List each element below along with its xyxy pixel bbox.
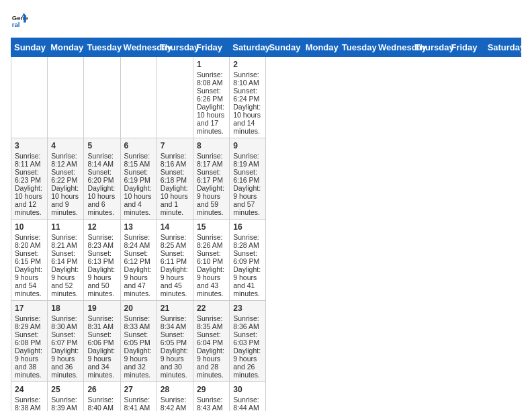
day-number: 9 — [233, 141, 262, 150]
day-info: Sunrise: 8:43 AM — [197, 396, 226, 411]
day-number: 26 — [87, 385, 116, 394]
day-number: 22 — [197, 304, 226, 313]
day-header-monday: Monday — [48, 38, 84, 57]
day-info: Sunrise: 8:16 AM — [161, 152, 189, 168]
calendar-cell: 30Sunrise: 8:44 AMSunset: 6:00 PMDayligh… — [230, 382, 266, 412]
day-info: Sunset: 6:04 PM — [197, 330, 226, 347]
day-info: Sunset: 6:05 PM — [161, 330, 189, 347]
calendar-cell: 18Sunrise: 8:30 AMSunset: 6:07 PMDayligh… — [48, 301, 84, 382]
calendar-cell: 8Sunrise: 8:17 AMSunset: 6:17 PMDaylight… — [193, 138, 230, 220]
day-info: Sunrise: 8:10 AM — [233, 71, 262, 87]
calendar-cell: 10Sunrise: 8:20 AMSunset: 6:15 PMDayligh… — [11, 220, 48, 301]
calendar-cell: 24Sunrise: 8:38 AMSunset: 6:03 PMDayligh… — [11, 382, 48, 412]
day-info: Daylight: 9 hours and 32 minutes. — [124, 347, 153, 379]
day-header-monday: Monday — [302, 38, 339, 57]
day-header-sunday: Sunday — [266, 38, 302, 57]
day-info: Daylight: 9 hours and 36 minutes. — [51, 347, 80, 379]
calendar-cell: 9Sunrise: 8:19 AMSunset: 6:16 PMDaylight… — [230, 138, 266, 220]
day-header-wednesday: Wednesday — [375, 38, 412, 57]
calendar-cell: 25Sunrise: 8:39 AMSunset: 6:02 PMDayligh… — [48, 382, 84, 412]
calendar-cell — [120, 57, 157, 138]
calendar-cell: 29Sunrise: 8:43 AMSunset: 6:00 PMDayligh… — [193, 382, 230, 412]
calendar-cell: 19Sunrise: 8:31 AMSunset: 6:06 PMDayligh… — [84, 301, 120, 382]
day-info: Daylight: 9 hours and 52 minutes. — [51, 265, 80, 298]
day-number: 23 — [233, 304, 262, 313]
day-info: Sunrise: 8:39 AM — [51, 396, 80, 411]
day-number: 21 — [161, 304, 189, 313]
day-info: Daylight: 9 hours and 34 minutes. — [87, 347, 116, 379]
day-info: Sunrise: 8:26 AM — [197, 233, 226, 249]
calendar-header-row: SundayMondayTuesdayWednesdayThursdayFrid… — [11, 38, 521, 57]
calendar-cell: 13Sunrise: 8:24 AMSunset: 6:12 PMDayligh… — [120, 220, 157, 301]
day-info: Sunrise: 8:31 AM — [87, 314, 116, 330]
calendar-cell: 23Sunrise: 8:36 AMSunset: 6:03 PMDayligh… — [230, 301, 266, 382]
day-header-thursday: Thursday — [412, 38, 448, 57]
day-info: Sunset: 6:19 PM — [124, 168, 153, 184]
day-number: 25 — [51, 385, 80, 394]
day-info: Daylight: 10 hours and 6 minutes. — [87, 184, 116, 216]
day-number: 4 — [51, 141, 80, 150]
day-info: Sunrise: 8:20 AM — [15, 233, 44, 249]
day-info: Sunrise: 8:29 AM — [15, 314, 44, 330]
day-info: Sunrise: 8:24 AM — [124, 233, 153, 249]
day-info: Sunset: 6:11 PM — [161, 249, 189, 265]
calendar-cell: 6Sunrise: 8:15 AMSunset: 6:19 PMDaylight… — [120, 138, 157, 220]
day-info: Sunrise: 8:41 AM — [124, 396, 153, 411]
calendar-cell: 20Sunrise: 8:33 AMSunset: 6:05 PMDayligh… — [120, 301, 157, 382]
calendar-week-row: 24Sunrise: 8:38 AMSunset: 6:03 PMDayligh… — [11, 382, 521, 412]
day-info: Sunrise: 8:34 AM — [161, 314, 189, 330]
day-info: Daylight: 9 hours and 47 minutes. — [124, 265, 153, 298]
day-info: Sunset: 6:24 PM — [233, 87, 262, 103]
day-number: 16 — [233, 222, 262, 232]
day-info: Sunrise: 8:14 AM — [87, 152, 116, 168]
calendar-cell: 2Sunrise: 8:10 AMSunset: 6:24 PMDaylight… — [230, 57, 266, 138]
day-header-tuesday: Tuesday — [339, 38, 375, 57]
day-info: Daylight: 10 hours and 17 minutes. — [197, 103, 226, 135]
day-info: Sunrise: 8:44 AM — [233, 396, 262, 411]
day-info: Daylight: 9 hours and 28 minutes. — [197, 347, 226, 379]
calendar-table: SundayMondayTuesdayWednesdayThursdayFrid… — [11, 38, 521, 411]
day-info: Daylight: 9 hours and 30 minutes. — [161, 347, 189, 379]
calendar-cell: 15Sunrise: 8:26 AMSunset: 6:10 PMDayligh… — [193, 220, 230, 301]
day-number: 10 — [15, 222, 44, 232]
calendar-cell — [84, 57, 120, 138]
calendar-week-row: 10Sunrise: 8:20 AMSunset: 6:15 PMDayligh… — [11, 220, 521, 301]
calendar-cell: 16Sunrise: 8:28 AMSunset: 6:09 PMDayligh… — [230, 220, 266, 301]
day-info: Daylight: 10 hours and 1 minute. — [161, 184, 189, 216]
day-info: Sunrise: 8:38 AM — [15, 396, 44, 411]
calendar-cell — [11, 57, 48, 138]
calendar-week-row: 3Sunrise: 8:11 AMSunset: 6:23 PMDaylight… — [11, 138, 521, 220]
day-header-wednesday: Wednesday — [120, 38, 157, 57]
day-info: Sunset: 6:14 PM — [51, 249, 80, 265]
calendar-cell: 4Sunrise: 8:12 AMSunset: 6:22 PMDaylight… — [48, 138, 84, 220]
calendar-cell: 27Sunrise: 8:41 AMSunset: 6:01 PMDayligh… — [120, 382, 157, 412]
day-number: 30 — [233, 385, 262, 394]
calendar-cell: 12Sunrise: 8:23 AMSunset: 6:13 PMDayligh… — [84, 220, 120, 301]
day-info: Sunset: 6:17 PM — [197, 168, 226, 184]
day-info: Daylight: 9 hours and 57 minutes. — [233, 184, 262, 216]
day-info: Daylight: 10 hours and 4 minutes. — [124, 184, 153, 216]
day-number: 24 — [15, 385, 44, 394]
day-info: Sunset: 6:09 PM — [233, 249, 262, 265]
day-number: 17 — [15, 304, 44, 313]
day-number: 3 — [15, 141, 44, 150]
day-info: Sunrise: 8:15 AM — [124, 152, 153, 168]
day-info: Sunrise: 8:30 AM — [51, 314, 80, 330]
day-info: Sunset: 6:15 PM — [15, 249, 44, 265]
day-info: Sunrise: 8:40 AM — [87, 396, 116, 411]
day-info: Sunrise: 8:35 AM — [197, 314, 226, 330]
day-info: Sunrise: 8:21 AM — [51, 233, 80, 249]
day-info: Daylight: 10 hours and 12 minutes. — [15, 184, 44, 216]
day-info: Sunrise: 8:36 AM — [233, 314, 262, 330]
day-info: Sunset: 6:10 PM — [197, 249, 226, 265]
day-info: Daylight: 9 hours and 50 minutes. — [87, 265, 116, 298]
calendar-cell: 7Sunrise: 8:16 AMSunset: 6:18 PMDaylight… — [157, 138, 193, 220]
calendar-cell: 11Sunrise: 8:21 AMSunset: 6:14 PMDayligh… — [48, 220, 84, 301]
day-info: Sunrise: 8:11 AM — [15, 152, 44, 168]
logo: Gene ral — [11, 11, 32, 30]
calendar-cell — [48, 57, 84, 138]
day-info: Sunrise: 8:17 AM — [197, 152, 226, 168]
day-header-saturday: Saturday — [230, 38, 266, 57]
calendar-cell: 17Sunrise: 8:29 AMSunset: 6:08 PMDayligh… — [11, 301, 48, 382]
calendar-cell: 22Sunrise: 8:35 AMSunset: 6:04 PMDayligh… — [193, 301, 230, 382]
